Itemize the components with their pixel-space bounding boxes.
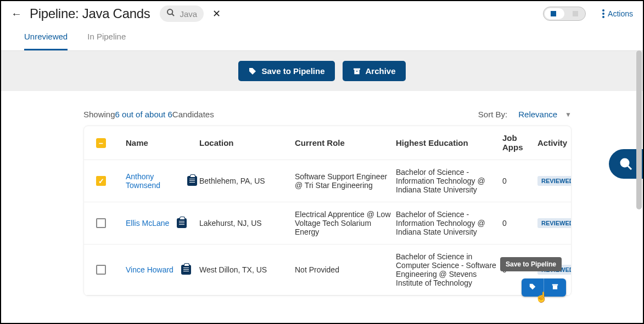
archive-icon xyxy=(551,283,559,291)
search-icon xyxy=(619,157,632,170)
archive-label: Archive xyxy=(366,66,396,76)
row-checkbox[interactable] xyxy=(96,218,106,228)
svg-rect-4 xyxy=(356,71,357,71)
education-cell: Bachelor of Science in Computer Science … xyxy=(396,252,500,287)
col-location[interactable]: Location xyxy=(199,138,293,147)
svg-line-1 xyxy=(172,14,174,16)
role-cell: Not Provided xyxy=(295,265,394,274)
col-activity[interactable]: Activity xyxy=(537,138,572,147)
row-checkbox[interactable] xyxy=(96,176,106,186)
col-apps[interactable]: JobApps xyxy=(502,134,535,152)
col-role[interactable]: Current Role xyxy=(295,138,394,147)
clear-search-icon[interactable]: ✕ xyxy=(212,8,221,20)
table-row: Vince Howard West Dillon, TX, US Not Pro… xyxy=(84,245,571,295)
role-cell: Software Support Engineer @ Tri Star Eng… xyxy=(295,172,394,190)
archive-button[interactable]: Archive xyxy=(343,61,406,81)
search-icon xyxy=(166,8,175,19)
candidate-name-link[interactable]: Anthony Townsend xyxy=(126,172,180,190)
archive-icon xyxy=(352,67,361,76)
scrollbar[interactable] xyxy=(636,50,642,209)
col-education[interactable]: Highest Education xyxy=(396,138,500,147)
clipboard-icon[interactable] xyxy=(181,265,191,275)
chevron-down-icon[interactable]: ▼ xyxy=(565,111,572,118)
apps-cell: 0 xyxy=(502,177,535,185)
clipboard-icon[interactable] xyxy=(177,218,187,228)
svg-line-8 xyxy=(628,166,631,169)
svg-rect-6 xyxy=(553,286,557,289)
tab-in-pipeline[interactable]: In Pipeline xyxy=(87,26,126,50)
row-save-pipeline-button[interactable] xyxy=(522,278,544,297)
table-header: – Name Location Current Role Highest Edu… xyxy=(84,126,571,160)
row-checkbox[interactable] xyxy=(96,265,106,275)
result-suffix: Candidates xyxy=(172,110,214,119)
activity-badge: REVIEWED xyxy=(537,218,572,228)
location-cell: West Dillon, TX, US xyxy=(199,265,293,274)
clipboard-icon[interactable] xyxy=(187,176,197,186)
kebab-icon xyxy=(602,9,604,18)
svg-rect-3 xyxy=(354,70,359,74)
view-toggle[interactable] xyxy=(543,7,586,21)
education-cell: Bachelor of Science - Information Techno… xyxy=(396,210,500,236)
candidate-name-link[interactable]: Ellis McLane xyxy=(126,219,169,228)
svg-point-7 xyxy=(621,159,629,167)
role-cell: Electrical Apprentice @ Low Voltage Tech… xyxy=(295,210,394,236)
table-row: Anthony Townsend Bethlehem, PA, US Softw… xyxy=(84,160,571,202)
svg-point-0 xyxy=(167,9,172,14)
tab-unreviewed[interactable]: Unreviewed xyxy=(24,26,68,50)
svg-rect-2 xyxy=(354,68,360,70)
actions-menu[interactable]: Actions xyxy=(602,9,633,18)
tag-icon xyxy=(528,283,537,291)
result-prefix: Showing xyxy=(83,110,115,119)
candidates-table: – Name Location Current Role Highest Edu… xyxy=(83,126,572,296)
save-label: Save to Pipeline xyxy=(261,66,324,76)
row-action-pills xyxy=(522,278,566,297)
select-all-checkbox[interactable]: – xyxy=(96,138,106,148)
bulk-action-bar: Save to Pipeline Archive xyxy=(1,51,643,91)
apps-cell: 0 xyxy=(502,219,535,228)
activity-badge: REVIEWED xyxy=(537,176,572,186)
col-name[interactable]: Name xyxy=(126,138,197,147)
tooltip: Save to Pipeline xyxy=(500,257,562,271)
location-cell: Lakehurst, NJ, US xyxy=(199,219,293,228)
save-to-pipeline-button[interactable]: Save to Pipeline xyxy=(238,61,334,81)
actions-label: Actions xyxy=(608,9,633,18)
education-cell: Bachelor of Science - Information Techno… xyxy=(396,168,500,194)
search-term: Java xyxy=(180,9,197,19)
table-row: Ellis McLane Lakehurst, NJ, US Electrica… xyxy=(84,202,571,245)
location-cell: Bethlehem, PA, US xyxy=(199,177,293,185)
sort-label: Sort By: xyxy=(478,110,507,119)
sort-dropdown[interactable]: Relevance xyxy=(518,110,557,119)
tag-icon xyxy=(248,67,257,76)
svg-rect-5 xyxy=(552,284,558,285)
result-count: 6 out of about 6 xyxy=(115,110,172,119)
candidate-name-link[interactable]: Vince Howard xyxy=(126,265,173,274)
row-archive-button[interactable] xyxy=(544,278,566,297)
search-pill[interactable]: Java xyxy=(160,5,204,22)
page-title: Pipeline: Java Cands xyxy=(30,6,150,21)
back-arrow-icon[interactable]: ← xyxy=(11,8,22,20)
